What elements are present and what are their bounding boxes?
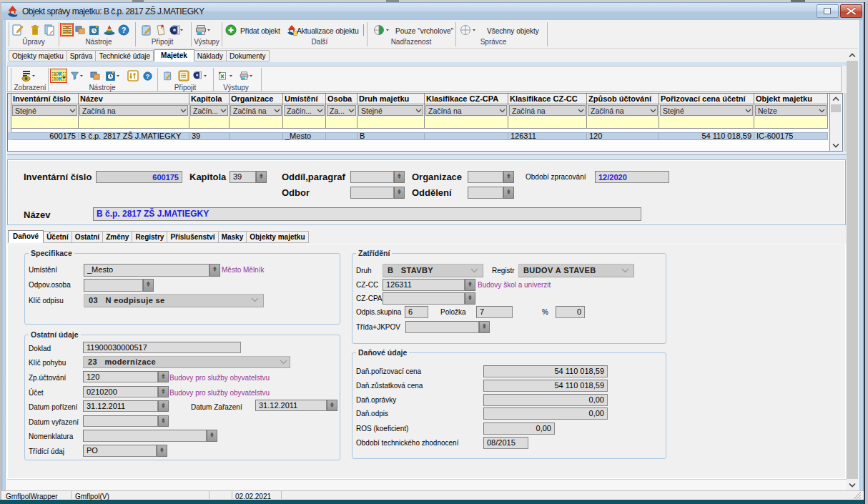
svg-text:?: ? [122, 26, 127, 34]
svg-text:?: ? [146, 73, 149, 80]
